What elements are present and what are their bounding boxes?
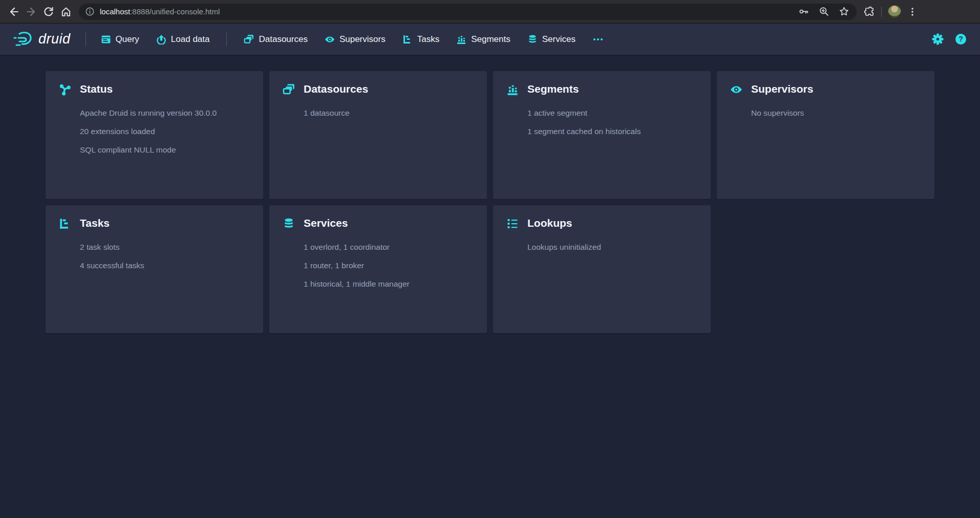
card-line: 1 router, 1 broker <box>304 256 474 275</box>
card-line: 2 task slots <box>80 238 250 256</box>
reload-icon <box>43 6 54 17</box>
card-line: Lookups uninitialized <box>527 238 697 256</box>
forward-arrow-icon <box>26 6 37 17</box>
card-line: No supervisors <box>751 104 921 122</box>
druid-wordmark: druid <box>38 31 71 47</box>
forward-button[interactable] <box>23 3 40 20</box>
supervisors-card[interactable]: Supervisors No supervisors <box>717 71 934 199</box>
nav-label-segments: Segments <box>471 34 510 45</box>
card-title: Supervisors <box>751 82 921 96</box>
nav-item-query[interactable]: Query <box>101 34 139 45</box>
browser-toolbar: localhost:8888/unified-console.html <box>0 0 980 23</box>
help-glyph: ? <box>958 35 963 43</box>
toolbar-divider <box>881 7 882 17</box>
page-info-icon[interactable] <box>85 7 95 16</box>
card-line: Apache Druid is running version 30.0.0 <box>80 104 250 122</box>
eye-icon <box>730 83 742 96</box>
tasks-card[interactable]: Tasks 2 task slots 4 successful tasks <box>46 205 263 333</box>
properties-icon <box>506 218 519 230</box>
druid-logo[interactable]: druid <box>13 31 71 48</box>
home-button[interactable] <box>57 3 75 20</box>
star-icon <box>839 6 849 17</box>
url-host: localhost <box>100 7 130 16</box>
extensions-puzzle-icon <box>864 6 875 17</box>
kebab-menu-icon <box>907 7 918 17</box>
load-data-icon <box>156 34 166 45</box>
bookmark-star-button[interactable] <box>839 6 849 17</box>
segments-icon <box>506 83 519 96</box>
navbar-divider <box>226 32 227 47</box>
gear-icon <box>932 33 944 45</box>
card-title: Segments <box>527 82 697 96</box>
browser-menu-button[interactable] <box>907 7 918 17</box>
nav-label-supervisors: Supervisors <box>339 34 386 45</box>
home-icon <box>60 6 72 17</box>
settings-button[interactable] <box>932 33 944 45</box>
nav-more-button[interactable] <box>592 34 604 45</box>
nav-item-supervisors[interactable]: Supervisors <box>325 34 386 45</box>
profile-avatar[interactable] <box>888 5 901 18</box>
card-line: 1 historical, 1 middle manager <box>304 275 474 293</box>
database-icon <box>283 218 295 230</box>
druid-swirl-icon <box>13 31 34 48</box>
home-card-grid: Status Apache Druid is running version 3… <box>46 71 934 333</box>
nav-label-datasources: Datasources <box>259 34 307 45</box>
segments-card[interactable]: Segments 1 active segment 1 segment cach… <box>493 71 711 199</box>
nav-label-query: Query <box>116 34 139 45</box>
card-line: 1 datasource <box>304 104 474 122</box>
back-button[interactable] <box>5 3 23 20</box>
datasources-card[interactable]: Datasources 1 datasource <box>269 71 487 199</box>
services-card[interactable]: Services 1 overlord, 1 coordinator 1 rou… <box>269 205 487 333</box>
nav-label-services: Services <box>542 34 576 45</box>
card-title: Tasks <box>80 217 250 230</box>
nav-item-datasources[interactable]: Datasources <box>244 34 307 45</box>
url-text: localhost:8888/unified-console.html <box>100 7 799 16</box>
eye-icon <box>325 34 335 45</box>
nav-label-load-data: Load data <box>171 34 210 45</box>
card-line: 1 segment cached on historicals <box>527 122 697 141</box>
extensions-button[interactable] <box>864 6 875 17</box>
key-icon <box>799 6 809 17</box>
zoom-page-button[interactable] <box>819 6 829 17</box>
lookups-card[interactable]: Lookups Lookups uninitialized <box>493 205 711 333</box>
card-line: 4 successful tasks <box>80 256 250 275</box>
help-icon: ? <box>955 33 967 45</box>
gantt-icon <box>59 218 71 230</box>
card-line: SQL compliant NULL mode <box>80 141 250 159</box>
card-title: Lookups <box>527 217 697 230</box>
card-line: 1 overlord, 1 coordinator <box>304 238 474 256</box>
gantt-icon <box>402 34 413 45</box>
nav-item-tasks[interactable]: Tasks <box>402 34 439 45</box>
druid-navbar: druid Query Load data <box>0 23 980 55</box>
reload-button[interactable] <box>40 3 57 20</box>
more-icon <box>592 34 604 45</box>
segments-icon <box>456 34 466 45</box>
card-line: 1 active segment <box>527 104 697 122</box>
navbar-divider <box>86 32 86 47</box>
card-line: 20 extensions loaded <box>80 122 250 141</box>
card-title: Datasources <box>304 82 474 96</box>
nav-item-load-data[interactable]: Load data <box>156 34 210 45</box>
nav-item-segments[interactable]: Segments <box>456 34 510 45</box>
back-arrow-icon <box>8 6 19 17</box>
query-icon <box>101 34 111 45</box>
passwords-key-button[interactable] <box>799 6 809 17</box>
nav-label-tasks: Tasks <box>417 34 439 45</box>
url-path: :8888/unified-console.html <box>130 7 220 16</box>
card-title: Services <box>304 217 474 230</box>
graph-icon <box>59 83 71 96</box>
zoom-magnifier-icon <box>819 6 829 17</box>
address-bar[interactable]: localhost:8888/unified-console.html <box>79 4 857 20</box>
database-icon <box>527 34 538 45</box>
card-title: Status <box>80 82 250 96</box>
nav-item-services[interactable]: Services <box>527 34 576 45</box>
datasources-icon <box>244 34 254 45</box>
status-card[interactable]: Status Apache Druid is running version 3… <box>46 71 263 199</box>
datasources-icon <box>283 83 295 96</box>
help-button[interactable]: ? <box>955 33 967 45</box>
